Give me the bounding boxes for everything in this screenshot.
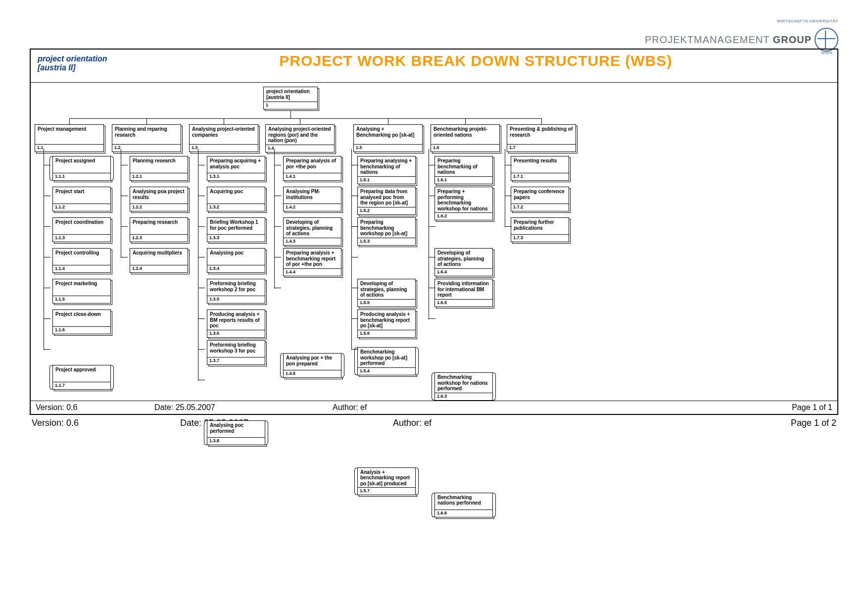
wbs-branch: Analysing + Benchmarking po [sk-at]1.5 [353,124,423,152]
page-page: Page 1 of 2 [752,418,836,428]
wbs-task: Preparing research1.2.3 [130,217,188,242]
connector [274,149,275,289]
wbs-task: Briefing Workshop 1 for poc performed1.3… [207,217,265,242]
connector [429,226,435,227]
connector [274,288,281,288]
wbs-task: Developing of strategies, planning of ac… [434,248,493,276]
wbs-branch: Analysing project-oriented regions (por)… [265,124,335,153]
wbs-task: Benchmarking workshop for nations perfor… [434,372,493,401]
wbs-task: Preparing analysis + benchmarking report… [283,248,341,276]
wbs-task: Preparing analysing + benchmarking of na… [357,156,416,184]
connector [44,149,44,350]
connector [121,257,128,257]
connector [351,288,358,288]
wbs-task: Presenting results1.7.1 [511,156,569,181]
connector [505,165,512,165]
wbs-task: Project marketing1.1.5 [52,279,111,304]
wbs-task: Preparing data from analysed poc from th… [357,187,416,215]
wbs-task: Preforming briefing workshop 2 for poc1.… [207,279,265,304]
wbs-task: Preparing benchmarking workshop po [sk-a… [357,217,416,246]
globe-icon [815,28,838,51]
wbs-task: Preparing acquiring + analysis poc1.3.1 [207,156,265,181]
connector [351,226,358,227]
wbs-branch: Presenting & publishing of research1.7 [507,124,576,152]
wbs-branch: Project management1.1 [35,124,104,152]
frame-author: Author: ef [333,403,758,412]
connector [505,196,512,196]
wbs-task: Benchmarking nations performed1.6.6 [434,493,493,517]
connector [198,226,205,227]
connector [44,318,50,319]
connector [351,349,358,350]
wbs-branch: Planning and reparing research1.2 [112,124,181,152]
connector [44,196,50,196]
connector [44,349,50,350]
wbs-branch: Analysing project-oriented companies1.3 [189,124,258,152]
wbs-task: Project close-down1.1.6 [52,309,111,334]
connector [351,257,358,257]
connector [465,118,466,124]
wbs-task: Project start1.1.2 [52,187,111,211]
connector [505,149,505,227]
connector [541,118,542,124]
connector [121,149,121,258]
wbs-task: Benchmarking workshop po [sk-at] perform… [357,347,416,375]
connector [274,165,281,165]
connector [121,196,128,196]
wbs-task: Analysis + benchmarking report po [sk-at… [357,467,416,496]
wbs-root: project orientation [austria II]1 [263,87,318,109]
wbs-branch: Benchmarking projekt-oriented nations1.6 [431,124,500,152]
frame-page: Page 1 of 1 [758,403,832,412]
connector [146,118,147,124]
wbs-task: Analysing por + the pon prepared1.4.5 [283,353,341,378]
connector [290,108,291,118]
wbs-task: Project controlling1.1.4 [52,248,111,273]
wbs-diagram: project orientation [austria II]1Project… [31,83,837,409]
connector [198,149,198,381]
wbs-task: Project coordination1.1.3 [52,217,111,242]
connector [69,118,541,119]
wbs-task: Preparing benchmarking of nations1.6.1 [434,156,493,184]
connector [44,226,50,227]
connector [429,318,435,319]
connector [300,118,300,124]
connector [351,149,352,350]
wbs-task: Analysing poc1.3.4 [207,248,265,273]
connector [198,257,205,257]
brand-text: PROJEKTMANAGEMENT GROUP [645,34,812,46]
page-footer: Version: 0.6 Date: 25.05.2007 Author: ef… [30,415,838,428]
wbs-task: Developing of strategies, planning of ac… [283,217,341,246]
connector [274,257,281,257]
connector [224,118,224,124]
frame-version: Version: 0.6 [36,403,154,412]
wbs-task: Preparing analysis of por +the pon1.4.1 [283,156,341,181]
connector [351,196,358,196]
connector [198,318,205,319]
wbs-task: Project assigned1.1.1 [52,156,111,181]
wbs-task: Preforming briefing workshop 3 for poc1.… [207,340,265,365]
connector [44,165,50,165]
connector [198,196,205,196]
connector [274,196,281,196]
page-author: Author: ef [393,418,752,428]
wbs-task: Acquiring mulitpliers1.2.4 [130,248,188,273]
brand: PROJEKTMANAGEMENT GROUP [645,28,838,51]
wbs-task: Acquiring poc1.3.2 [207,187,265,211]
wbs-task: Producing analysis + BM reports results … [207,309,265,338]
wbs-task: Preparing further publications1.7.3 [511,217,569,242]
wbs-task: Developing of strategies, planning of ac… [357,279,416,307]
connector [388,118,388,124]
wbs-task: Producing analysis + benchmarking report… [357,309,416,338]
connector [121,165,128,165]
connector [69,118,70,124]
connector [198,380,205,380]
wbs-frame: project orientation [austria II] PROJECT… [30,49,838,415]
page-version: Version: 0.6 [32,418,180,428]
wbs-task: Preparing + performing benchmarking work… [434,187,493,220]
frame-date: Date: 25.05.2007 [154,403,333,412]
connector [198,349,205,350]
connector [429,257,435,257]
connector [44,288,50,288]
wbs-task: Project approved1.1.7 [52,365,111,390]
wbs-task: Analysing PM-institutions1.4.2 [283,187,341,211]
